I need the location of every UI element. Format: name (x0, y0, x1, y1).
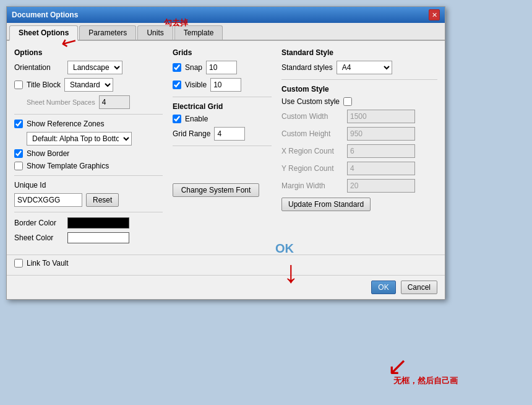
sheet-color-box[interactable] (67, 232, 129, 243)
sheet-number-input[interactable] (99, 95, 130, 109)
dialog-footer: OK Cancel (7, 275, 445, 299)
show-template-graphics-row: Show Template Graphics (14, 162, 163, 170)
custom-width-input[interactable] (347, 110, 415, 123)
margin-width-row: Margin Width (281, 179, 437, 193)
update-from-standard-button[interactable]: Update From Standard (281, 198, 371, 211)
standard-styles-select[interactable]: A4 A3 A2 (337, 61, 392, 74)
dialog-body: Options Orientation Landscape Title Bloc… (7, 41, 445, 255)
options-section-label: Options (14, 48, 163, 57)
cancel-button[interactable]: Cancel (401, 281, 437, 294)
use-custom-style-label: Use Custom style (281, 97, 340, 106)
tab-units[interactable]: Units (137, 25, 173, 40)
y-region-count-label: Y Region Count (281, 164, 343, 173)
x-region-count-label: X Region Count (281, 147, 343, 155)
grid-range-input[interactable] (214, 127, 245, 141)
default-alpha-row: Default: Alpha Top to Botton (27, 132, 163, 146)
left-column: Options Orientation Landscape Title Bloc… (14, 48, 163, 247)
margin-width-label: Margin Width (281, 181, 343, 190)
border-color-row: Border Color (14, 217, 163, 229)
use-custom-style-row: Use Custom style (281, 97, 437, 106)
custom-height-row: Custom Height (281, 127, 437, 141)
visible-label: Visible (185, 81, 207, 89)
title-bar: Document Options ✕ (7, 7, 445, 23)
orientation-select[interactable]: Landscape (67, 61, 122, 74)
title-block-label: Title Block (27, 81, 61, 89)
standard-styles-row: Standard styles A4 A3 A2 (281, 61, 437, 74)
orientation-row: Orientation Landscape (14, 61, 163, 74)
standard-style-label: Standard Style (281, 48, 437, 57)
grid-range-label: Grid Range (173, 129, 210, 138)
sheet-number-label: Sheet Number Spaces (27, 98, 95, 106)
snap-input[interactable] (206, 61, 237, 74)
unique-id-input-row: Reset (14, 193, 163, 207)
link-to-vault-checkbox[interactable] (14, 259, 23, 268)
title-block-select[interactable]: Standard (64, 78, 113, 92)
electrical-grid-label: Electrical Grid (173, 102, 272, 111)
use-custom-style-checkbox[interactable] (343, 97, 352, 106)
unique-id-input[interactable] (14, 193, 82, 207)
border-color-label: Border Color (14, 219, 64, 227)
enable-label: Enable (185, 115, 208, 123)
custom-width-label: Custom Width (281, 112, 343, 121)
reset-button[interactable]: Reset (86, 193, 119, 207)
snap-checkbox[interactable] (173, 63, 181, 72)
x-region-count-input[interactable] (347, 144, 415, 158)
custom-height-input[interactable] (347, 127, 415, 141)
default-alpha-select[interactable]: Default: Alpha Top to Botton (27, 132, 132, 146)
show-template-graphics-label: Show Template Graphics (27, 162, 109, 170)
show-reference-zones-checkbox[interactable] (14, 120, 23, 128)
show-reference-zones-label: Show Reference Zones (27, 120, 104, 128)
border-color-box[interactable] (67, 217, 129, 229)
tab-template[interactable]: Template (174, 25, 223, 40)
snap-row: Snap (173, 61, 272, 74)
sheet-color-label: Sheet Color (14, 233, 64, 242)
enable-row: Enable (173, 115, 272, 123)
show-border-checkbox[interactable] (14, 149, 23, 158)
show-border-row: Show Border (14, 149, 163, 158)
change-system-font-button[interactable]: Change System Font (173, 183, 259, 197)
dialog-title: Document Options (12, 11, 78, 19)
grids-section-label: Grids (173, 48, 272, 57)
tab-parameters[interactable]: Parameters (79, 25, 136, 40)
unique-id-label: Unique Id (14, 181, 64, 189)
ok-button[interactable]: OK (371, 281, 395, 294)
show-reference-zones-row: Show Reference Zones (14, 120, 163, 128)
visible-row: Visible (173, 78, 272, 92)
show-border-label: Show Border (27, 149, 69, 158)
enable-checkbox[interactable] (173, 115, 181, 123)
grid-range-row: Grid Range (173, 127, 272, 141)
visible-input[interactable] (210, 78, 241, 92)
document-options-dialog: Document Options ✕ Sheet Options Paramet… (6, 6, 445, 300)
margin-width-input[interactable] (347, 179, 415, 193)
y-region-count-row: Y Region Count (281, 162, 437, 175)
middle-column: Grids Snap Visible Electrical Grid Enabl… (173, 48, 272, 247)
unique-id-row: Unique Id (14, 181, 163, 189)
sheet-color-row: Sheet Color (14, 232, 163, 243)
standard-styles-label: Standard styles (281, 63, 333, 72)
custom-style-label: Custom Style (281, 85, 437, 94)
y-region-count-input[interactable] (347, 162, 415, 175)
snap-label: Snap (185, 63, 202, 72)
tab-sheet-options[interactable]: Sheet Options (9, 25, 78, 41)
tab-bar: Sheet Options Parameters Units Template (7, 23, 445, 41)
title-block-checkbox[interactable] (14, 81, 23, 89)
custom-height-label: Custom Height (281, 129, 343, 138)
show-template-graphics-checkbox[interactable] (14, 162, 23, 170)
x-region-count-row: X Region Count (281, 144, 437, 158)
link-to-vault-section: Link To Vault (7, 255, 445, 275)
custom-width-row: Custom Width (281, 110, 437, 123)
visible-checkbox[interactable] (173, 81, 181, 89)
link-to-vault-label: Link To Vault (27, 259, 69, 268)
title-block-row: Title Block Standard (14, 78, 163, 92)
right-column: Standard Style Standard styles A4 A3 A2 … (281, 48, 437, 247)
link-to-vault-row: Link To Vault (14, 259, 437, 268)
sheet-number-row: Sheet Number Spaces (27, 95, 163, 109)
close-button[interactable]: ✕ (429, 9, 440, 20)
orientation-label: Orientation (14, 63, 64, 72)
